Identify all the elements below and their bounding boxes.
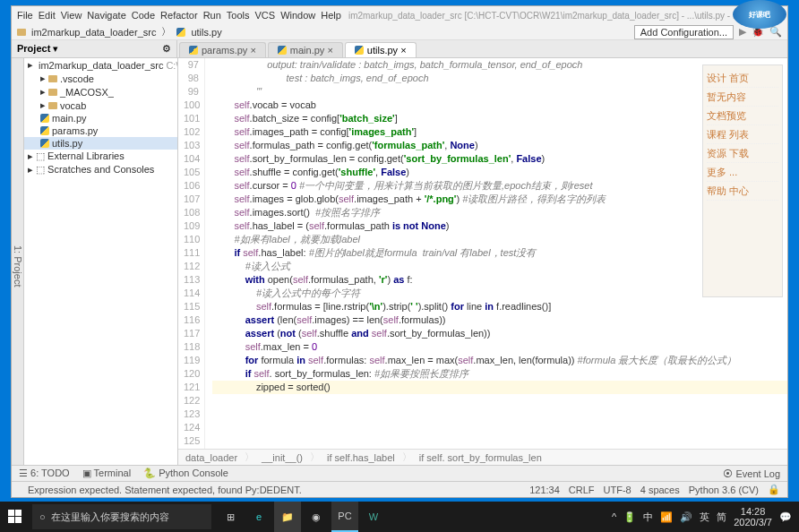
taskbar-search[interactable]: ○ 在这里输入你要搜索的内容 [32, 504, 211, 529]
status-message: Expression expected. Statement expected,… [28, 485, 302, 495]
nav-crumb[interactable]: data_loader [185, 452, 237, 463]
menu-refactor[interactable]: Refactor [160, 10, 198, 21]
tree--vscode[interactable]: ▸ .vscode [24, 72, 177, 85]
menu-window[interactable]: Window [280, 10, 315, 21]
code-breadcrumb[interactable]: data_loader〉__init__()〉if self.has_label… [178, 449, 787, 465]
breadcrumb-file[interactable]: utils.py [191, 27, 221, 38]
watermark-logo: 好课吧 [733, 0, 786, 29]
bottom-toolbar: ☰ 6: TODO ▣ Terminal 🐍 Python Console ⦿ … [12, 465, 787, 481]
python-icon [176, 28, 185, 37]
folder-icon [17, 29, 26, 36]
tab-params-py[interactable]: params.py × [179, 42, 266, 57]
windows-taskbar: ○ 在这里输入你要搜索的内容 ⊞ e 📁 ◉ PC W ^ 🔋中📶🔊 英简 14… [0, 502, 799, 532]
ide-window: FileEditViewNavigateCodeRefactorRunTools… [11, 5, 788, 498]
tree-im2markup_data_loader_src[interactable]: ▸ im2markup_data_loader_src C:\HC [24, 58, 177, 72]
indent[interactable]: 4 spaces [640, 485, 680, 495]
event-log-tool[interactable]: ⦿ Event Log [723, 468, 780, 479]
menu-help[interactable]: Help [321, 10, 341, 21]
tray-up-icon[interactable]: ^ [612, 511, 616, 522]
clock[interactable]: 14:282020/3/7 [734, 506, 772, 528]
pycharm-icon[interactable]: PC [331, 502, 358, 532]
gear-icon[interactable]: ⚙ [162, 43, 171, 55]
add-configuration-button[interactable]: Add Configuration... [634, 25, 734, 39]
menu-navigate[interactable]: Navigate [87, 10, 125, 21]
run-icon[interactable]: ▶ [739, 26, 746, 38]
menu-run[interactable]: Run [203, 10, 221, 21]
search-icon[interactable]: 🔍 [769, 26, 782, 38]
edge-icon[interactable]: e [245, 502, 272, 532]
lock-icon: 🔒 [768, 484, 780, 495]
line-sep[interactable]: CRLF [569, 485, 595, 495]
tree-vocab[interactable]: ▸ vocab [24, 99, 177, 112]
nav-crumb[interactable]: if self. sort_by_formulas_len [419, 452, 542, 463]
svg-rect-3 [15, 517, 21, 523]
project-dropdown[interactable]: Project ▾ [17, 43, 58, 55]
tree-External-Libraries[interactable]: ▸ ⬚ External Libraries [24, 150, 177, 163]
source-code[interactable]: output: train/validate : batch_imgs, bat… [205, 58, 787, 449]
word-icon[interactable]: W [360, 502, 387, 532]
window-title: im2markup_data_loader_src [C:\HCT-CVT\OC… [348, 11, 782, 21]
left-tool-strip: 1: Project 7: Structure 2: Favorites [12, 58, 24, 465]
status-bar: Expression expected. Statement expected,… [12, 481, 787, 497]
tree-_MACOSX_[interactable]: ▸ _MACOSX_ [24, 85, 177, 99]
chrome-icon[interactable]: ◉ [303, 502, 330, 532]
nav-crumb[interactable]: __init__() [262, 452, 303, 463]
tab-utils-py[interactable]: utils.py × [345, 42, 417, 57]
encoding[interactable]: UTF-8 [604, 485, 631, 495]
svg-rect-2 [8, 517, 14, 523]
menu-code[interactable]: Code [132, 10, 155, 21]
menubar: FileEditViewNavigateCodeRefactorRunTools… [12, 6, 787, 24]
interpreter[interactable]: Python 3.6 (CV) [689, 485, 759, 495]
menu-vcs[interactable]: VCS [255, 10, 276, 21]
system-tray[interactable]: ^ 🔋中📶🔊 英简 14:282020/3/7 💬 [605, 506, 799, 528]
todo-tool[interactable]: ☰ 6: TODO [19, 468, 70, 479]
side-panel-overlay: 设计 首页暂无内容文档预览课程 列表资源 下载更多 ...帮助 中心 [702, 64, 783, 297]
menu-file[interactable]: File [17, 10, 33, 21]
tool-project[interactable]: 1: Project [13, 245, 23, 287]
caret-pos[interactable]: 121:34 [529, 485, 560, 495]
tree-utils-py[interactable]: utils.py [24, 137, 177, 150]
tree-main-py[interactable]: main.py [24, 112, 177, 124]
menu-view[interactable]: View [61, 10, 82, 21]
breadcrumb-dir[interactable]: im2markup_data_loader_src [31, 27, 156, 38]
tab-main-py[interactable]: main.py × [268, 42, 343, 57]
gutter: 9798991001011021031041051061071081091101… [178, 58, 205, 449]
python-console-tool[interactable]: 🐍 Python Console [143, 468, 228, 479]
tree-Scratches-and-Consoles[interactable]: ▸ ⬚ Scratches and Consoles [24, 163, 177, 176]
task-view-icon[interactable]: ⊞ [217, 502, 244, 532]
tab-row: Project ▾ ⚙ params.py ×main.py ×utils.py… [12, 40, 787, 58]
terminal-tool[interactable]: ▣ Terminal [82, 468, 131, 479]
menu-tools[interactable]: Tools [227, 10, 250, 21]
nav-crumb[interactable]: if self.has_label [327, 452, 395, 463]
project-tree[interactable]: ▸ im2markup_data_loader_src C:\HC▸ .vsco… [24, 58, 178, 465]
breadcrumb: im2markup_data_loader_src 〉 utils.py Add… [12, 24, 787, 40]
editor[interactable]: 9798991001011021031041051061071081091101… [178, 58, 787, 465]
search-icon: ○ [39, 511, 46, 522]
start-button[interactable] [0, 502, 30, 532]
svg-rect-1 [15, 510, 21, 516]
explorer-icon[interactable]: 📁 [274, 502, 301, 532]
tree-params-py[interactable]: params.py [24, 124, 177, 137]
svg-rect-0 [8, 510, 14, 516]
menu-edit[interactable]: Edit [39, 10, 56, 21]
